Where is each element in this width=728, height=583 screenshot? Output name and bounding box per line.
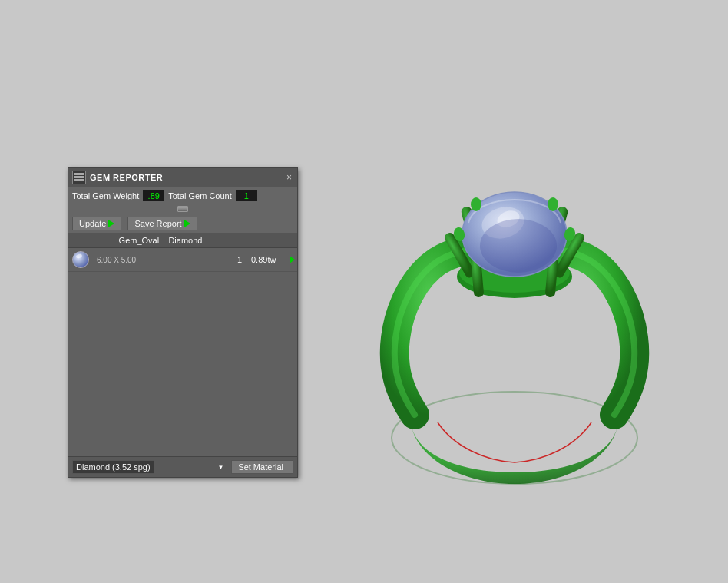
set-material-label: Set Material xyxy=(238,462,283,472)
save-report-button[interactable]: Save Report xyxy=(127,217,197,230)
save-report-play-icon xyxy=(184,220,190,227)
gem-oval-icon xyxy=(72,251,89,268)
ring-svg xyxy=(323,61,706,522)
weight-value: .89 xyxy=(143,190,164,201)
svg-rect-2 xyxy=(74,179,84,181)
col-name: Gem_Oval Diamond xyxy=(93,234,228,247)
material-select[interactable]: Diamond (3.52 spg) Ruby (4.00 spg) Emera… xyxy=(72,460,154,474)
svg-rect-1 xyxy=(74,176,84,178)
gem-count: 1 xyxy=(228,255,251,264)
panel-titlebar: GEM REPORTER × xyxy=(68,168,297,187)
panel-icon xyxy=(72,171,86,184)
gem-arrow-icon[interactable] xyxy=(290,256,295,263)
stats-row: Total Gem Weight .89 Total Gem Count 1 xyxy=(68,187,297,204)
gem-dims: 6.00 X 5.00 xyxy=(97,256,224,264)
title-left: GEM REPORTER xyxy=(72,171,163,184)
table-row: 6.00 X 5.00 1 0.89tw xyxy=(68,248,297,272)
count-label: Total Gem Count xyxy=(168,191,232,200)
col-weight xyxy=(251,234,297,247)
panel-title: GEM REPORTER xyxy=(90,173,163,182)
material-select-wrapper: Diamond (3.52 spg) Ruby (4.00 spg) Emera… xyxy=(72,460,227,474)
close-button[interactable]: × xyxy=(285,172,293,183)
empty-area xyxy=(68,272,297,456)
update-play-icon xyxy=(108,220,114,227)
svg-point-3 xyxy=(392,392,637,484)
slider-thumb[interactable] xyxy=(177,206,188,212)
bottom-bar: Diamond (3.52 spg) Ruby (4.00 spg) Emera… xyxy=(68,456,297,477)
gem-info: 6.00 X 5.00 xyxy=(93,254,228,266)
gem-reporter-panel: GEM REPORTER × Total Gem Weight .89 Tota… xyxy=(68,167,298,478)
weight-label: Total Gem Weight xyxy=(72,191,139,200)
save-report-label: Save Report xyxy=(134,219,181,228)
svg-point-16 xyxy=(471,197,481,211)
update-button[interactable]: Update xyxy=(72,217,121,230)
gem-row-icon xyxy=(68,250,93,270)
set-material-button[interactable]: Set Material xyxy=(231,460,293,474)
col-count xyxy=(228,234,251,247)
table-header: Gem_Oval Diamond xyxy=(68,234,297,248)
col-icon xyxy=(68,234,93,247)
count-value: 1 xyxy=(236,190,257,201)
ring-viewport xyxy=(323,61,706,522)
buttons-row: Update Save Report xyxy=(68,214,297,234)
svg-point-17 xyxy=(548,197,558,211)
slider-row xyxy=(68,204,297,214)
svg-point-15 xyxy=(480,219,557,273)
svg-rect-0 xyxy=(74,173,84,175)
update-label: Update xyxy=(79,219,106,228)
gem-table: Gem_Oval Diamond 6.00 X 5.00 1 0.89tw xyxy=(68,234,297,272)
gem-weight-value: 0.89tw xyxy=(251,255,276,264)
gem-weight-cell: 0.89tw xyxy=(251,255,297,264)
